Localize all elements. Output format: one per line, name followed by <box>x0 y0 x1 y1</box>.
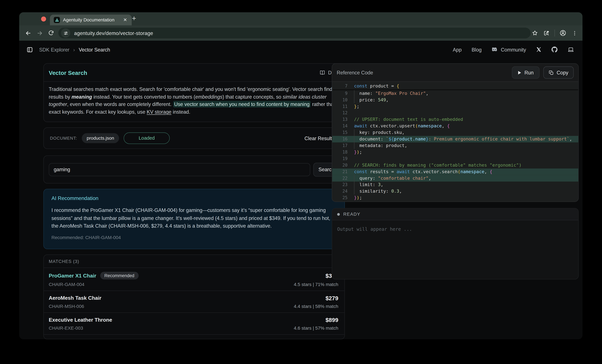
url-text[interactable]: agentuity.dev/demo/vector-storage <box>74 30 153 36</box>
status-dot-icon <box>337 213 340 215</box>
output-header: READY <box>332 208 578 220</box>
line-number: 10 <box>332 97 347 103</box>
code-text: key: product.sku, <box>347 129 405 136</box>
code-text: await ctx.vector.upsert(namespace, { <box>347 123 450 129</box>
bookmark-star-icon[interactable] <box>529 27 541 39</box>
url-bar[interactable]: agentuity.dev/demo/vector-storage <box>58 28 531 38</box>
indent-guide <box>354 175 354 182</box>
toolbar-divider <box>555 30 555 36</box>
clear-results-button[interactable]: Clear Results <box>304 135 334 141</box>
browser-tab[interactable]: Agentuity Documentation ✕ <box>50 15 132 25</box>
forward-icon[interactable] <box>34 27 45 39</box>
code-text: const product = { <box>347 83 399 89</box>
match-rating-similarity: 4.5 stars | 71% match <box>294 282 338 287</box>
line-number: 18 <box>332 149 347 156</box>
copy-icon <box>548 70 554 75</box>
code-text: // SEARCH: finds by meaning ("comfortabl… <box>347 162 522 169</box>
matches-card: MATCHES (3) ProGamer X1 ChairRecommended… <box>43 255 345 339</box>
indent-guide <box>354 97 354 103</box>
code-editor[interactable]: 7const product = {9 name: "ErgoMax Pro C… <box>332 82 578 202</box>
code-text: price: 549, <box>347 97 388 103</box>
code-text: limit: 3, <box>347 182 383 188</box>
match-row[interactable]: Executive Leather Throne$899CHAIR-EXE-00… <box>44 313 344 335</box>
line-number: 9 <box>332 90 347 97</box>
match-sku: CHAIR-GAM-004 <box>49 282 84 287</box>
reference-code-title: Reference Code <box>337 70 373 75</box>
code-line: 10 price: 549, <box>332 97 578 103</box>
paragraph-segment: Use vector search when you need to find … <box>173 101 311 107</box>
matches-header: MATCHES (3) <box>44 255 344 268</box>
tab-search-icon[interactable] <box>541 27 552 39</box>
tab-close-icon[interactable]: ✕ <box>123 17 128 23</box>
back-icon[interactable] <box>22 27 34 39</box>
loaded-status-button[interactable]: Loaded <box>124 132 170 144</box>
page-header: SDK Explorer › Vector Search App Blog Co… <box>19 41 582 58</box>
search-input[interactable] <box>49 163 310 176</box>
output-placeholder: Output will appear here ... <box>332 220 578 238</box>
line-number: 16 <box>332 136 347 142</box>
kv-storage-link[interactable]: KV storage <box>147 109 172 115</box>
run-button[interactable]: Run <box>512 66 539 79</box>
code-line: 15 key: product.sku, <box>332 129 578 136</box>
page-header-nav: App Blog Community <box>453 41 574 58</box>
new-tab-button[interactable]: + <box>129 13 139 23</box>
x-twitter-icon[interactable] <box>536 47 541 52</box>
match-price: $899 <box>325 317 338 323</box>
copy-button[interactable]: Copy <box>543 66 574 79</box>
sidebar-toggle-icon[interactable] <box>24 44 35 55</box>
breadcrumb-current: Vector Search <box>79 47 110 52</box>
run-label: Run <box>525 70 534 75</box>
match-row[interactable]: AeroMesh Task Chair$279CHAIR-MSH-0064.4 … <box>44 291 344 313</box>
code-line: 11}; <box>332 103 578 110</box>
breadcrumb-parent[interactable]: SDK Explorer <box>39 47 69 52</box>
paragraph-segment: , even when the words are completely dif… <box>67 101 173 107</box>
paragraph-segment: embeddings <box>195 94 223 100</box>
line-number: 22 <box>332 175 347 182</box>
menu-kebab-icon[interactable] <box>569 27 580 39</box>
line-number: 24 <box>332 188 347 195</box>
copy-label: Copy <box>557 70 568 75</box>
document-label: DOCUMENT: <box>50 136 77 140</box>
code-text: }; <box>347 103 359 110</box>
nav-link-app[interactable]: App <box>453 47 462 52</box>
code-line: 26 <box>332 201 578 202</box>
code-text: document: `${product.name}: Premium ergo… <box>347 136 572 142</box>
paragraph-segment: instead. <box>172 109 190 115</box>
github-icon[interactable] <box>551 46 558 53</box>
line-number: 17 <box>332 142 347 149</box>
site-settings-icon[interactable] <box>61 28 70 38</box>
code-line: 13// UPSERT: document text is auto-embed… <box>332 116 578 123</box>
close-window-button[interactable] <box>41 16 46 21</box>
code-text: // UPSERT: document text is auto-embedde… <box>347 116 463 123</box>
play-icon <box>518 70 521 75</box>
ai-recommendation-card: AI Recommendation I recommend the ProGam… <box>43 189 345 249</box>
indent-guide <box>354 136 354 142</box>
code-text: similarity: 0.3, <box>347 188 402 195</box>
code-text: }); <box>347 149 362 156</box>
code-line: 17 metadata: product, <box>332 142 578 149</box>
line-number: 14 <box>332 123 347 129</box>
code-line: 24 similarity: 0.3, <box>332 188 578 195</box>
code-line: 20// SEARCH: finds by meaning ("comforta… <box>332 162 578 169</box>
output-status: READY <box>343 212 360 216</box>
paragraph-segment: meaning <box>72 94 92 100</box>
profile-avatar-icon[interactable] <box>557 27 569 39</box>
book-icon <box>320 70 325 75</box>
code-line: 18}); <box>332 149 578 156</box>
nav-link-blog[interactable]: Blog <box>472 47 482 52</box>
code-text: name: "ErgoMax Pro Chair", <box>347 90 429 97</box>
nav-link-community[interactable]: Community <box>492 47 526 52</box>
document-file-chip: products.json <box>82 133 119 143</box>
match-sku: CHAIR-EXE-003 <box>49 326 83 331</box>
search-bar: Search <box>43 156 345 183</box>
line-number: 7 <box>332 83 347 89</box>
vector-search-card: Vector Search Docs Traditional searches … <box>43 63 345 122</box>
laptop-icon[interactable] <box>568 47 574 52</box>
reference-code-card: Reference Code Run Copy 7const product =… <box>332 63 579 202</box>
match-row[interactable]: ProGamer X1 ChairRecommended$349CHAIR-GA… <box>44 268 344 291</box>
agentuity-favicon-icon <box>54 17 60 23</box>
code-text <box>347 201 354 202</box>
reload-icon[interactable] <box>45 27 57 39</box>
match-name: AeroMesh Task Chair <box>49 295 101 301</box>
recommended-badge: Recommended <box>100 272 139 279</box>
